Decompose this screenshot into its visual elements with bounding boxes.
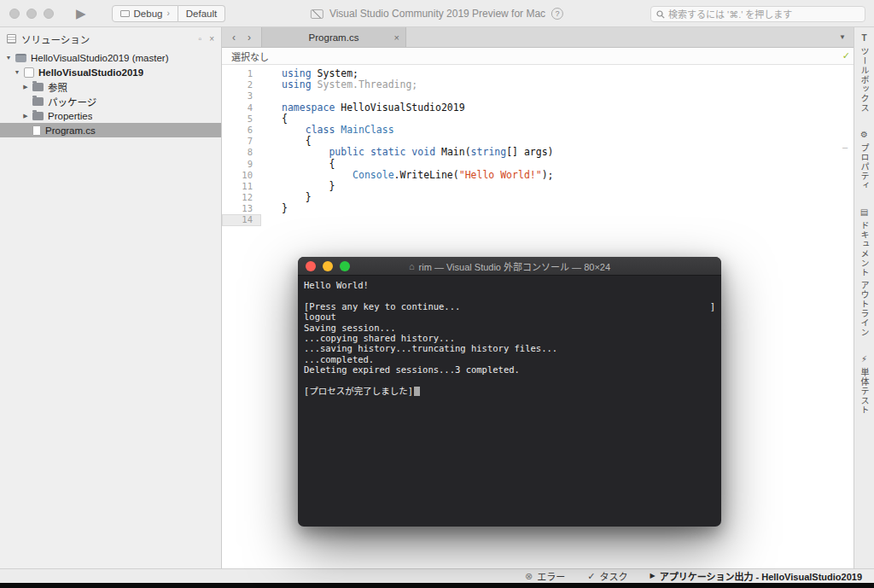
dock-tab-unit-tests[interactable]: ⚡単体テスト xyxy=(858,354,871,415)
home-icon: ⌂ xyxy=(409,261,415,271)
terminal-minimize-button[interactable] xyxy=(323,261,333,271)
terminal-titlebar[interactable]: ⌂ rim — Visual Studio 外部コンソール — 80×24 xyxy=(298,257,721,276)
line-number: 13 xyxy=(222,203,261,214)
status-label: エラー xyxy=(537,569,565,583)
tab-program-cs[interactable]: Program.cs × xyxy=(261,27,406,47)
terminal-line: ...saving history...truncating history f… xyxy=(304,343,715,353)
nav-back-button[interactable]: ‹ xyxy=(232,32,236,44)
line-number: 9 xyxy=(222,159,261,170)
status-errors[interactable]: ⊗エラー xyxy=(525,569,565,583)
tab-close-icon[interactable]: × xyxy=(394,32,399,43)
dock-tab-document-outline[interactable]: ▤ドキュメント アウトライン xyxy=(858,207,871,337)
code-token: class xyxy=(306,124,335,136)
window-title-group: Visual Studio Community 2019 Preview for… xyxy=(311,0,563,27)
line-number: 12 xyxy=(222,192,261,203)
code-token xyxy=(282,146,329,158)
code-token: using xyxy=(282,67,312,79)
code-token: public xyxy=(329,146,364,158)
tree-item-label: HelloVisualStudio2019 xyxy=(38,67,143,78)
line-number: 1 xyxy=(222,68,261,79)
code-token: { xyxy=(282,158,335,170)
nav-buttons: ‹ › xyxy=(222,27,261,47)
status-bar: ⊗エラー✓タスク▶アプリケーション出力 - HelloVisualStudio2… xyxy=(0,568,874,583)
disclosure-down-icon[interactable]: ▼ xyxy=(12,69,22,75)
tree-item-project[interactable]: ▼HelloVisualStudio2019 xyxy=(0,65,221,79)
dock-pad-icon[interactable]: ▫ xyxy=(199,34,202,44)
terminal-line-text: Saving session... xyxy=(304,323,395,333)
code-token: } xyxy=(282,191,312,203)
solution-tree: ▼HelloVisualStudio2019 (master)▼HelloVis… xyxy=(0,50,221,137)
terminal-line-text: Deleting expired sessions...3 completed. xyxy=(304,364,520,375)
close-pad-icon[interactable]: × xyxy=(209,34,214,44)
tree-item-packages[interactable]: パッケージ xyxy=(0,94,221,108)
zoom-window-button[interactable] xyxy=(44,9,54,19)
tree-item-program-cs[interactable]: Program.cs xyxy=(0,123,221,137)
debug-config-dropdown[interactable]: Debug › xyxy=(112,5,178,22)
search-box[interactable] xyxy=(650,6,865,22)
minimize-window-button[interactable] xyxy=(26,9,37,19)
tab-list-dropdown-icon[interactable]: ▼ xyxy=(831,33,854,41)
line-number: 7 xyxy=(222,136,261,147)
terminal-line: [プロセスが完了しました] xyxy=(304,386,715,396)
tree-item-solution[interactable]: ▼HelloVisualStudio2019 (master) xyxy=(0,50,221,65)
terminal-title-text: rim — Visual Studio 外部コンソール — 80×24 xyxy=(419,259,610,273)
target-icon xyxy=(120,10,130,17)
dock-tab-toolbox[interactable]: Tツールボックス xyxy=(858,33,871,113)
line-number: 8 xyxy=(222,147,261,158)
code-line: 2using System.Threading; xyxy=(222,79,854,90)
unit-tests-icon: ⚡ xyxy=(861,354,867,364)
solution-pad-icon xyxy=(7,34,16,44)
properties-icon: ⚙ xyxy=(860,130,868,139)
status-label: アプリケーション出力 - HelloVisualStudio2019 xyxy=(660,569,862,583)
dock-tab-label: プロパティ xyxy=(858,143,871,190)
run-button[interactable]: ▶ xyxy=(76,7,86,20)
search-icon xyxy=(656,10,665,19)
toolbox-icon: T xyxy=(861,33,866,43)
search-input[interactable] xyxy=(668,9,859,20)
vs-mac-window: ▶ Debug › Default Visual Studio Communit… xyxy=(0,0,874,588)
terminal-line-text: Hello World! xyxy=(304,280,369,290)
breadcrumb[interactable]: 選択なし xyxy=(222,48,854,65)
help-icon[interactable]: ? xyxy=(551,8,563,20)
dock-tab-properties[interactable]: ⚙プロパティ xyxy=(858,130,871,190)
terminal-close-button[interactable] xyxy=(306,261,316,271)
play-icon: ▶ xyxy=(650,573,656,579)
code-token: .WriteLine( xyxy=(394,169,459,181)
tree-item-references[interactable]: ▶参照 xyxy=(0,79,221,94)
terminal-zoom-button[interactable] xyxy=(340,261,350,271)
terminal-title: ⌂ rim — Visual Studio 外部コンソール — 80×24 xyxy=(298,257,721,276)
terminal-line: Hello World! xyxy=(304,280,715,290)
code-token xyxy=(282,124,306,136)
disclosure-right-icon[interactable]: ▶ xyxy=(20,84,31,90)
close-window-button[interactable] xyxy=(9,9,20,19)
line-number: 11 xyxy=(222,181,261,192)
tree-item-properties[interactable]: ▶Properties xyxy=(0,108,221,123)
terminal-output[interactable]: Hello World![Press any key to continue..… xyxy=(298,276,721,400)
code-text xyxy=(261,214,282,225)
desktop-strip xyxy=(0,583,874,588)
code-token xyxy=(282,169,353,181)
status-tasks[interactable]: ✓タスク xyxy=(587,569,627,583)
tree-item-label: Program.cs xyxy=(45,125,96,136)
tree-item-label: 参照 xyxy=(48,80,67,94)
line-number: 3 xyxy=(222,90,261,102)
line-number: 6 xyxy=(222,125,261,136)
nav-forward-button[interactable]: › xyxy=(248,32,251,44)
code-token: MainClass xyxy=(341,124,393,136)
code-lines: 1using System;2using System.Threading;34… xyxy=(222,68,854,226)
code-token xyxy=(364,146,370,158)
tree-item-label: Properties xyxy=(48,111,92,121)
line-number: 4 xyxy=(222,102,261,114)
breadcrumb-label: 選択なし xyxy=(231,49,269,63)
status-application-output[interactable]: ▶アプリケーション出力 - HelloVisualStudio2019 xyxy=(650,569,863,583)
code-token: System; xyxy=(312,67,358,79)
line-number: 5 xyxy=(222,114,261,125)
disclosure-down-icon[interactable]: ▼ xyxy=(3,55,14,61)
disclosure-right-icon[interactable]: ▶ xyxy=(20,113,31,119)
debug-config-label: Debug xyxy=(134,9,163,19)
scrollbar-marker-icon: – xyxy=(842,142,848,152)
window-title: Visual Studio Community 2019 Preview for… xyxy=(329,8,545,20)
device-config-dropdown[interactable]: Default xyxy=(178,5,225,22)
code-token: "Hello World!" xyxy=(459,169,542,181)
terminal-line-text: logout xyxy=(304,311,336,322)
